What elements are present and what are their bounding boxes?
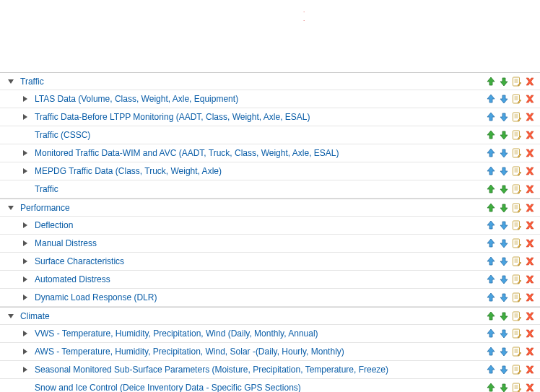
move-down-icon[interactable] xyxy=(498,364,510,375)
tree-item-link[interactable]: Dynamic Load Response (DLR) xyxy=(35,292,157,302)
move-down-icon[interactable] xyxy=(498,129,510,141)
edit-icon[interactable] xyxy=(511,129,523,141)
edit-icon[interactable] xyxy=(511,364,523,375)
delete-icon[interactable] xyxy=(524,292,536,303)
move-up-icon[interactable] xyxy=(485,346,497,357)
move-up-icon[interactable] xyxy=(485,310,497,322)
expand-toggle[interactable] xyxy=(20,365,30,375)
edit-icon[interactable] xyxy=(511,183,523,195)
move-up-icon[interactable] xyxy=(485,256,497,267)
tree-section-link[interactable]: Climate xyxy=(20,311,50,321)
move-up-icon[interactable] xyxy=(485,292,497,303)
move-down-icon[interactable] xyxy=(498,219,510,231)
edit-icon[interactable] xyxy=(511,76,523,87)
tree-item-link[interactable]: Traffic xyxy=(35,184,58,194)
move-up-icon[interactable] xyxy=(485,328,497,339)
edit-icon[interactable] xyxy=(511,238,523,249)
edit-icon[interactable] xyxy=(511,310,523,322)
delete-icon[interactable] xyxy=(524,93,536,105)
edit-icon[interactable] xyxy=(511,165,523,177)
tree-item-link[interactable]: Surface Characteristics xyxy=(35,256,124,266)
delete-icon[interactable] xyxy=(524,310,536,322)
move-up-icon[interactable] xyxy=(485,147,497,159)
tree-item-link[interactable]: Deflection xyxy=(35,220,73,230)
edit-icon[interactable] xyxy=(511,93,523,105)
delete-icon[interactable] xyxy=(524,165,536,177)
collapse-toggle[interactable] xyxy=(6,77,16,87)
move-down-icon[interactable] xyxy=(498,93,510,105)
tree-item-link[interactable]: MEPDG Traffic Data (Class, Truck, Weight… xyxy=(35,166,222,176)
move-down-icon[interactable] xyxy=(498,256,510,267)
edit-icon[interactable] xyxy=(511,274,523,285)
edit-icon[interactable] xyxy=(511,147,523,159)
delete-icon[interactable] xyxy=(524,129,536,141)
expand-toggle[interactable] xyxy=(20,220,30,230)
delete-icon[interactable] xyxy=(524,382,536,392)
move-down-icon[interactable] xyxy=(498,346,510,357)
tree-item-link[interactable]: VWS - Temperature, Humidity, Precipitati… xyxy=(35,328,318,339)
expand-toggle[interactable] xyxy=(20,274,30,284)
move-up-icon[interactable] xyxy=(485,238,497,249)
move-down-icon[interactable] xyxy=(498,111,510,123)
collapse-toggle[interactable] xyxy=(6,203,16,213)
tree-section-link[interactable]: Performance xyxy=(20,203,70,213)
edit-icon[interactable] xyxy=(511,382,523,392)
tree-item-link[interactable]: LTAS Data (Volume, Class, Weight, Axle, … xyxy=(35,94,238,104)
move-down-icon[interactable] xyxy=(498,238,510,249)
move-up-icon[interactable] xyxy=(485,93,497,105)
tree-item-link[interactable]: Monitored Traffic Data-WIM and AVC (AADT… xyxy=(35,148,339,158)
delete-icon[interactable] xyxy=(524,346,536,357)
move-up-icon[interactable] xyxy=(485,219,497,231)
move-down-icon[interactable] xyxy=(498,202,510,214)
tree-item-link[interactable]: AWS - Temperature, Humidity, Precipitati… xyxy=(35,347,344,357)
expand-toggle[interactable] xyxy=(20,238,30,248)
expand-toggle[interactable] xyxy=(20,292,30,302)
expand-toggle[interactable] xyxy=(20,94,30,104)
expand-toggle[interactable] xyxy=(20,148,30,158)
edit-icon[interactable] xyxy=(511,202,523,214)
expand-toggle[interactable] xyxy=(20,328,30,339)
tree-item-link[interactable]: Traffic (CSSC) xyxy=(35,130,90,140)
move-up-icon[interactable] xyxy=(485,364,497,375)
delete-icon[interactable] xyxy=(524,111,536,123)
edit-icon[interactable] xyxy=(511,219,523,231)
delete-icon[interactable] xyxy=(524,202,536,214)
delete-icon[interactable] xyxy=(524,219,536,231)
move-up-icon[interactable] xyxy=(485,382,497,392)
tree-item-link[interactable]: Traffic Data-Before LTPP Monitoring (AAD… xyxy=(35,112,310,122)
edit-icon[interactable] xyxy=(511,292,523,303)
move-up-icon[interactable] xyxy=(485,183,497,195)
move-down-icon[interactable] xyxy=(498,382,510,392)
expand-toggle[interactable] xyxy=(20,166,30,176)
delete-icon[interactable] xyxy=(524,274,536,285)
edit-icon[interactable] xyxy=(511,328,523,339)
move-up-icon[interactable] xyxy=(485,76,497,87)
move-up-icon[interactable] xyxy=(485,274,497,285)
edit-icon[interactable] xyxy=(511,346,523,357)
collapse-toggle[interactable] xyxy=(6,311,16,321)
tree-item-link[interactable]: Manual Distress xyxy=(35,238,97,248)
delete-icon[interactable] xyxy=(524,183,536,195)
delete-icon[interactable] xyxy=(524,364,536,375)
move-down-icon[interactable] xyxy=(498,310,510,322)
edit-icon[interactable] xyxy=(511,111,523,123)
move-down-icon[interactable] xyxy=(498,165,510,177)
move-down-icon[interactable] xyxy=(498,183,510,195)
delete-icon[interactable] xyxy=(524,76,536,87)
tree-section-link[interactable]: Traffic xyxy=(20,77,44,87)
move-up-icon[interactable] xyxy=(485,111,497,123)
move-down-icon[interactable] xyxy=(498,147,510,159)
delete-icon[interactable] xyxy=(524,147,536,159)
expand-toggle[interactable] xyxy=(20,256,30,266)
tree-item-link[interactable]: Seasonal Monitored Sub-Surface Parameter… xyxy=(35,365,388,375)
expand-toggle[interactable] xyxy=(20,112,30,122)
move-up-icon[interactable] xyxy=(485,165,497,177)
move-up-icon[interactable] xyxy=(485,202,497,214)
edit-icon[interactable] xyxy=(511,256,523,267)
expand-toggle[interactable] xyxy=(20,347,30,357)
move-down-icon[interactable] xyxy=(498,292,510,303)
delete-icon[interactable] xyxy=(524,238,536,249)
tree-item-link[interactable]: Automated Distress xyxy=(35,274,110,284)
move-down-icon[interactable] xyxy=(498,328,510,339)
delete-icon[interactable] xyxy=(524,256,536,267)
